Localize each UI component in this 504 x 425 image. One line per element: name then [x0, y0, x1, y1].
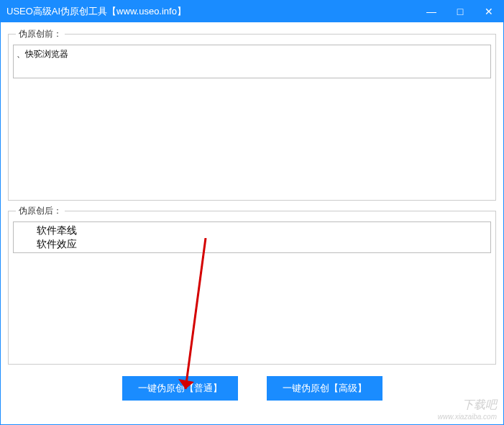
before-textarea[interactable]: [13, 45, 491, 78]
button-row: 一键伪原创【普通】 一键伪原创【高级】: [8, 369, 496, 403]
app-window: USEO高级AI伪原创工具【www.useo.info】 — □ ✕ 伪原创前：…: [0, 0, 504, 425]
after-legend: 伪原创后：: [16, 205, 65, 217]
close-button[interactable]: ✕: [475, 1, 503, 22]
before-legend: 伪原创前：: [16, 28, 65, 40]
pseudo-original-advanced-button[interactable]: 一键伪原创【高级】: [267, 376, 382, 401]
titlebar: USEO高级AI伪原创工具【www.useo.info】 — □ ✕: [1, 1, 503, 22]
minimize-button[interactable]: —: [417, 1, 446, 22]
maximize-button[interactable]: □: [446, 1, 475, 22]
window-controls: — □ ✕: [417, 1, 503, 22]
before-panel: 伪原创前：: [8, 28, 496, 201]
client-area: 伪原创前： 伪原创后： 一键伪原创【普通】 一键伪原创【高级】: [1, 22, 503, 424]
pseudo-original-normal-button[interactable]: 一键伪原创【普通】: [122, 376, 238, 401]
after-panel: 伪原创后：: [8, 205, 496, 365]
window-title: USEO高级AI伪原创工具【www.useo.info】: [6, 5, 417, 18]
after-textarea[interactable]: [13, 221, 491, 253]
